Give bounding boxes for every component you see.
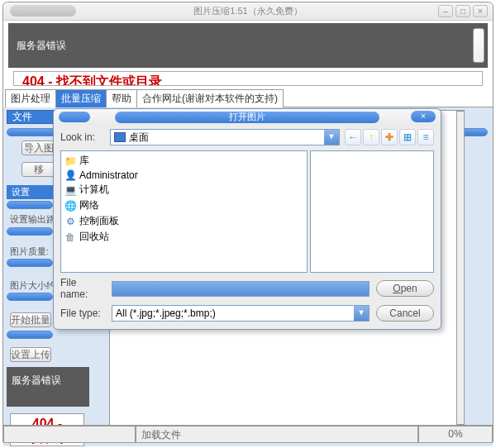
output-bar[interactable] <box>7 227 53 236</box>
preview-scrollbar[interactable] <box>456 111 465 425</box>
tab-图片处理[interactable]: 图片处理 <box>5 89 56 107</box>
dialog-close-button[interactable]: × <box>411 111 436 122</box>
error-banner: 服务器错误 <box>8 23 488 68</box>
file-item[interactable]: 🌐网络 <box>63 198 305 213</box>
label-quality: 图片质量: <box>10 245 49 258</box>
thumbnail-error: 服务器错误 <box>7 367 89 407</box>
back-icon[interactable]: ← <box>345 129 361 145</box>
tab-bar: 图片处理批量压缩帮助合作网址(谢谢对本软件的支持) <box>5 88 493 107</box>
window-title: 图片压缩1.51（永久免费） <box>193 5 302 17</box>
status-percent: 0% <box>418 426 493 443</box>
dialog-handle <box>59 112 90 122</box>
file-list[interactable]: 📁库👤Administrator💻计算机🌐网络⚙控制面板🗑回收站 <box>60 150 308 273</box>
view-icon[interactable]: ⊞ <box>399 129 416 145</box>
label-size: 图片大小约 <box>10 279 55 292</box>
dialog-titlebar[interactable]: 打开图片 × <box>54 109 441 126</box>
decor-bar-2 <box>7 201 53 209</box>
status-bar: 加载文件 0% <box>3 425 493 443</box>
size-bar[interactable] <box>7 293 53 301</box>
file-label: 回收站 <box>79 230 109 244</box>
file-icon: 📁 <box>64 155 76 167</box>
banner-scrollbar[interactable] <box>473 28 484 63</box>
file-item[interactable]: 📁库 <box>63 153 305 169</box>
decor-bar-3 <box>7 331 53 339</box>
upload-settings-button[interactable]: 设置上传 <box>10 347 51 362</box>
dropdown-icon[interactable]: ▼ <box>324 130 339 145</box>
filename-input[interactable] <box>112 281 370 297</box>
import-button[interactable]: 导入图 <box>21 141 56 155</box>
file-label: 库 <box>79 154 89 168</box>
minimize-button[interactable]: – <box>438 5 453 17</box>
file-icon: 🌐 <box>64 200 76 212</box>
file-icon: ⚙ <box>64 216 76 227</box>
file-item[interactable]: 👤Administrator <box>63 169 305 182</box>
open-file-dialog: 打开图片 × Look in: 桌面 ▼ ←↑✚⊞≡ 📁库👤Administra… <box>53 108 441 330</box>
close-button[interactable]: × <box>473 5 488 17</box>
label-output: 设置输出路 <box>10 213 55 226</box>
file-icon: 👤 <box>64 169 76 181</box>
desktop-icon <box>114 132 126 142</box>
open-button[interactable]: Open <box>376 280 434 297</box>
file-icon: 💻 <box>64 184 76 196</box>
file-label: 计算机 <box>79 183 109 197</box>
file-item[interactable]: 💻计算机 <box>63 182 305 198</box>
status-left <box>3 426 136 443</box>
filename-label: File name: <box>60 277 105 300</box>
preview-box <box>310 150 434 273</box>
maximize-button[interactable]: □ <box>455 5 470 17</box>
lookin-label: Look in: <box>60 131 105 143</box>
file-menu-label: 文件 <box>12 110 32 124</box>
filetype-label: File type: <box>60 307 105 319</box>
titlebar-handle <box>10 5 76 17</box>
quality-bar[interactable] <box>7 259 53 267</box>
cancel-button[interactable]: Cancel <box>376 305 434 322</box>
filetype-value: All (*.jpg;*.jpeg;*.bmp;) <box>116 307 216 319</box>
status-load: 加载文件 <box>136 426 418 443</box>
tab-批量压缩[interactable]: 批量压缩 <box>55 89 107 107</box>
banner-title: 服务器错误 <box>17 39 66 53</box>
file-item[interactable]: ⚙控制面板 <box>63 213 305 229</box>
lookin-combo[interactable]: 桌面 ▼ <box>110 129 340 145</box>
dropdown-icon[interactable]: ▼ <box>354 306 369 321</box>
list-icon[interactable]: ≡ <box>417 129 434 145</box>
file-item[interactable]: 🗑回收站 <box>63 229 305 245</box>
error-box: 404 - 找不到文件或目录 <box>13 71 483 86</box>
settings-header: 设置 <box>7 185 53 199</box>
filetype-combo[interactable]: All (*.jpg;*.jpeg;*.bmp;) ▼ <box>112 305 370 322</box>
main-titlebar[interactable]: 图片压缩1.51（永久免费） – □ × <box>3 2 493 21</box>
lookin-value: 桌面 <box>129 131 149 145</box>
up-icon[interactable]: ↑ <box>363 129 379 145</box>
clear-button[interactable]: 移 <box>21 162 56 177</box>
tab-帮助[interactable]: 帮助 <box>106 89 137 107</box>
nav-icons: ←↑✚⊞≡ <box>345 129 434 145</box>
thumb-title: 服务器错误 <box>12 374 61 386</box>
file-label: 控制面板 <box>79 214 119 228</box>
file-icon: 🗑 <box>64 231 76 243</box>
tab-合作网址(谢谢对本软件的支持)[interactable]: 合作网址(谢谢对本软件的支持) <box>136 89 284 107</box>
new-folder-icon[interactable]: ✚ <box>381 129 398 145</box>
error-text: 404 - 找不到文件或目录 <box>22 74 162 86</box>
file-label: Administrator <box>79 169 138 181</box>
dialog-title: 打开图片 <box>115 112 379 123</box>
start-batch-button[interactable]: 开始批量 <box>10 312 51 327</box>
file-label: 网络 <box>79 198 99 212</box>
